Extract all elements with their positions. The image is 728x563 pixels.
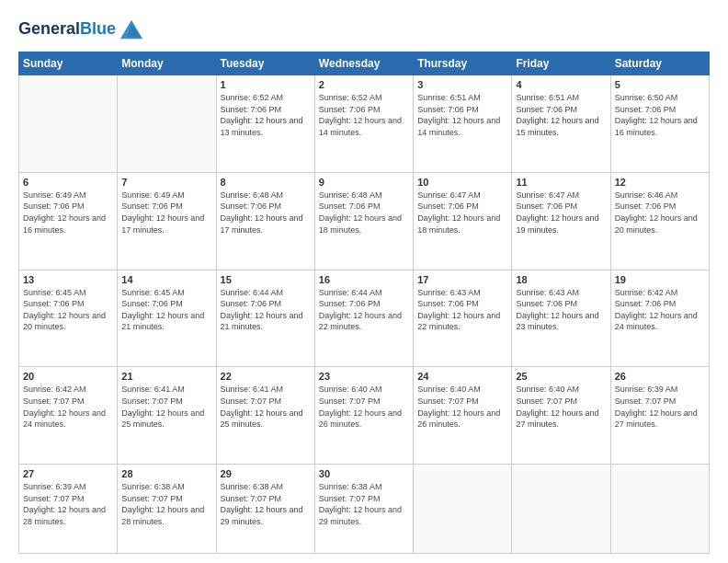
calendar-cell: 22Sunrise: 6:41 AMSunset: 7:07 PMDayligh…: [216, 367, 314, 465]
calendar-cell: 18Sunrise: 6:43 AMSunset: 7:06 PMDayligh…: [512, 270, 610, 367]
logo-text: GeneralBlue: [18, 20, 116, 39]
day-number: 22: [221, 371, 311, 382]
calendar-cell: 20Sunrise: 6:42 AMSunset: 7:07 PMDayligh…: [19, 367, 118, 465]
day-number: 2: [319, 79, 409, 90]
weekday-saturday: Saturday: [610, 52, 709, 75]
day-info: Sunrise: 6:51 AMSunset: 7:06 PMDaylight:…: [417, 92, 507, 138]
calendar-cell: 8Sunrise: 6:48 AMSunset: 7:06 PMDaylight…: [216, 172, 314, 270]
day-info: Sunrise: 6:41 AMSunset: 7:07 PMDaylight:…: [221, 384, 311, 430]
day-number: 1: [221, 79, 311, 90]
day-info: Sunrise: 6:41 AMSunset: 7:07 PMDaylight:…: [121, 384, 211, 430]
day-info: Sunrise: 6:44 AMSunset: 7:06 PMDaylight:…: [221, 287, 311, 333]
calendar-cell: 4Sunrise: 6:51 AMSunset: 7:06 PMDaylight…: [512, 75, 610, 173]
day-number: 9: [319, 177, 409, 188]
day-info: Sunrise: 6:50 AMSunset: 7:06 PMDaylight:…: [615, 92, 705, 138]
day-number: 5: [615, 79, 705, 90]
calendar-cell: [414, 465, 512, 554]
day-number: 17: [417, 274, 507, 285]
day-number: 10: [417, 177, 507, 188]
day-info: Sunrise: 6:38 AMSunset: 7:07 PMDaylight:…: [319, 481, 409, 527]
calendar-week-2: 6Sunrise: 6:49 AMSunset: 7:06 PMDaylight…: [19, 172, 710, 270]
calendar-cell: 26Sunrise: 6:39 AMSunset: 7:07 PMDayligh…: [610, 367, 709, 465]
day-info: Sunrise: 6:45 AMSunset: 7:06 PMDaylight:…: [23, 287, 113, 333]
day-number: 15: [221, 274, 311, 285]
calendar-cell: 9Sunrise: 6:48 AMSunset: 7:06 PMDaylight…: [314, 172, 413, 270]
day-info: Sunrise: 6:40 AMSunset: 7:07 PMDaylight:…: [319, 384, 409, 430]
day-number: 12: [615, 177, 705, 188]
weekday-tuesday: Tuesday: [216, 52, 314, 75]
calendar-cell: 30Sunrise: 6:38 AMSunset: 7:07 PMDayligh…: [314, 465, 413, 554]
weekday-friday: Friday: [512, 52, 610, 75]
day-info: Sunrise: 6:38 AMSunset: 7:07 PMDaylight:…: [221, 481, 311, 527]
calendar-cell: 21Sunrise: 6:41 AMSunset: 7:07 PMDayligh…: [118, 367, 216, 465]
header: GeneralBlue: [18, 17, 710, 42]
day-info: Sunrise: 6:46 AMSunset: 7:06 PMDaylight:…: [615, 190, 705, 236]
day-number: 8: [221, 177, 311, 188]
day-number: 11: [516, 177, 606, 188]
day-number: 18: [516, 274, 606, 285]
day-info: Sunrise: 6:44 AMSunset: 7:06 PMDaylight:…: [319, 287, 409, 333]
calendar-cell: 12Sunrise: 6:46 AMSunset: 7:06 PMDayligh…: [610, 172, 709, 270]
calendar-cell: 10Sunrise: 6:47 AMSunset: 7:06 PMDayligh…: [414, 172, 512, 270]
day-number: 14: [121, 274, 211, 285]
day-info: Sunrise: 6:40 AMSunset: 7:07 PMDaylight:…: [417, 384, 507, 430]
day-number: 7: [121, 177, 211, 188]
day-info: Sunrise: 6:52 AMSunset: 7:06 PMDaylight:…: [319, 92, 409, 138]
day-info: Sunrise: 6:42 AMSunset: 7:06 PMDaylight:…: [615, 287, 705, 333]
calendar-cell: 28Sunrise: 6:38 AMSunset: 7:07 PMDayligh…: [118, 465, 216, 554]
calendar-cell: 16Sunrise: 6:44 AMSunset: 7:06 PMDayligh…: [314, 270, 413, 367]
day-info: Sunrise: 6:48 AMSunset: 7:06 PMDaylight:…: [319, 190, 409, 236]
day-number: 26: [615, 371, 705, 382]
day-number: 21: [121, 371, 211, 382]
calendar-cell: 5Sunrise: 6:50 AMSunset: 7:06 PMDaylight…: [610, 75, 709, 173]
day-info: Sunrise: 6:52 AMSunset: 7:06 PMDaylight:…: [221, 92, 311, 138]
day-number: 19: [615, 274, 705, 285]
calendar-cell: 24Sunrise: 6:40 AMSunset: 7:07 PMDayligh…: [414, 367, 512, 465]
day-number: 28: [121, 468, 211, 479]
day-number: 16: [319, 274, 409, 285]
weekday-sunday: Sunday: [19, 52, 118, 75]
day-number: 20: [23, 371, 113, 382]
calendar-cell: 6Sunrise: 6:49 AMSunset: 7:06 PMDaylight…: [19, 172, 118, 270]
day-info: Sunrise: 6:43 AMSunset: 7:06 PMDaylight:…: [417, 287, 507, 333]
day-info: Sunrise: 6:49 AMSunset: 7:06 PMDaylight:…: [23, 190, 113, 236]
page: GeneralBlue SundayMondayTuesdayWednesday…: [0, 0, 728, 563]
day-number: 30: [319, 468, 409, 479]
calendar-cell: [512, 465, 610, 554]
day-number: 6: [23, 177, 113, 188]
day-info: Sunrise: 6:51 AMSunset: 7:06 PMDaylight:…: [516, 92, 606, 138]
calendar-cell: 15Sunrise: 6:44 AMSunset: 7:06 PMDayligh…: [216, 270, 314, 367]
calendar-week-4: 20Sunrise: 6:42 AMSunset: 7:07 PMDayligh…: [19, 367, 710, 465]
logo-icon: [119, 17, 144, 42]
calendar-cell: 3Sunrise: 6:51 AMSunset: 7:06 PMDaylight…: [414, 75, 512, 173]
day-info: Sunrise: 6:45 AMSunset: 7:06 PMDaylight:…: [121, 287, 211, 333]
day-number: 25: [516, 371, 606, 382]
calendar-cell: 11Sunrise: 6:47 AMSunset: 7:06 PMDayligh…: [512, 172, 610, 270]
calendar-cell: 2Sunrise: 6:52 AMSunset: 7:06 PMDaylight…: [314, 75, 413, 173]
day-info: Sunrise: 6:40 AMSunset: 7:07 PMDaylight:…: [516, 384, 606, 430]
day-info: Sunrise: 6:49 AMSunset: 7:06 PMDaylight:…: [121, 190, 211, 236]
calendar-cell: 7Sunrise: 6:49 AMSunset: 7:06 PMDaylight…: [118, 172, 216, 270]
day-number: 29: [221, 468, 311, 479]
day-info: Sunrise: 6:38 AMSunset: 7:07 PMDaylight:…: [121, 481, 211, 527]
day-info: Sunrise: 6:47 AMSunset: 7:06 PMDaylight:…: [516, 190, 606, 236]
calendar-cell: 27Sunrise: 6:39 AMSunset: 7:07 PMDayligh…: [19, 465, 118, 554]
day-info: Sunrise: 6:39 AMSunset: 7:07 PMDaylight:…: [615, 384, 705, 430]
day-number: 27: [23, 468, 113, 479]
calendar-cell: 25Sunrise: 6:40 AMSunset: 7:07 PMDayligh…: [512, 367, 610, 465]
weekday-monday: Monday: [118, 52, 216, 75]
day-number: 13: [23, 274, 113, 285]
weekday-wednesday: Wednesday: [314, 52, 413, 75]
weekday-header-row: SundayMondayTuesdayWednesdayThursdayFrid…: [19, 52, 710, 75]
day-number: 3: [417, 79, 507, 90]
calendar-cell: 29Sunrise: 6:38 AMSunset: 7:07 PMDayligh…: [216, 465, 314, 554]
day-info: Sunrise: 6:43 AMSunset: 7:06 PMDaylight:…: [516, 287, 606, 333]
calendar-cell: 14Sunrise: 6:45 AMSunset: 7:06 PMDayligh…: [118, 270, 216, 367]
calendar-cell: 19Sunrise: 6:42 AMSunset: 7:06 PMDayligh…: [610, 270, 709, 367]
calendar-cell: [610, 465, 709, 554]
calendar-cell: [19, 75, 118, 173]
calendar-table: SundayMondayTuesdayWednesdayThursdayFrid…: [18, 52, 710, 554]
calendar-cell: 1Sunrise: 6:52 AMSunset: 7:06 PMDaylight…: [216, 75, 314, 173]
day-number: 4: [516, 79, 606, 90]
logo: GeneralBlue: [18, 17, 144, 42]
